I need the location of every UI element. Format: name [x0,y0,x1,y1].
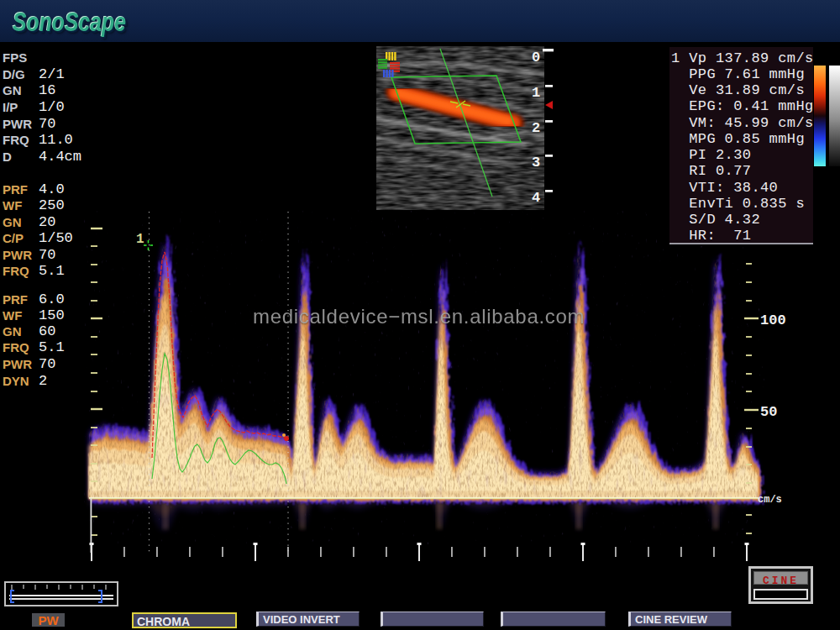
svg-text:cm/s: cm/s [758,494,782,506]
svg-text:1: 1 [532,85,540,101]
svg-text:1: 1 [136,232,144,247]
svg-text:0: 0 [532,50,540,66]
svg-text:50: 50 [760,404,777,420]
svg-text:4: 4 [532,190,540,206]
svg-text:100: 100 [760,312,786,328]
svg-text:3: 3 [532,155,540,171]
svg-text:2: 2 [532,120,540,136]
